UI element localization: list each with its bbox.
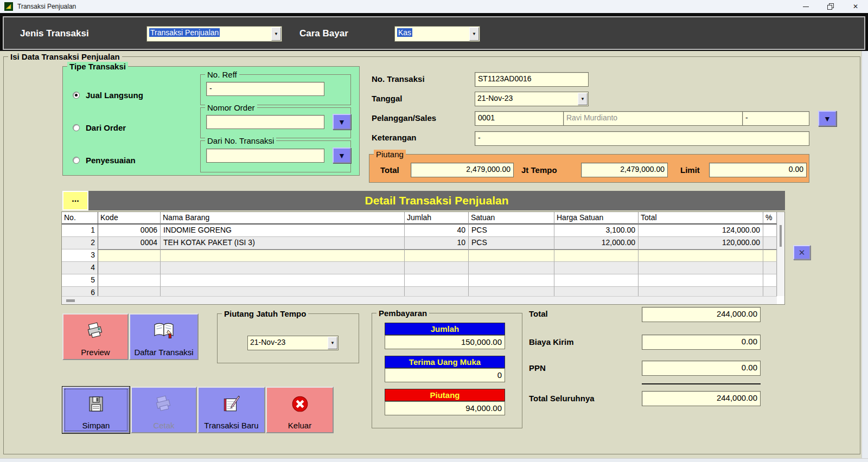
scrollbar-thumb[interactable] [780, 225, 782, 247]
horizontal-scrollbar[interactable] [62, 296, 777, 304]
detail-cell-total[interactable]: 124,000.00 [639, 224, 763, 237]
vertical-scrollbar[interactable] [777, 212, 784, 296]
simpan-button[interactable]: Simpan [62, 387, 130, 433]
detail-cell-jumlah[interactable] [405, 274, 469, 287]
piutang-limit-input: 0.00 [709, 163, 807, 177]
detail-cell-total[interactable] [639, 287, 763, 296]
detail-cell-jumlah[interactable] [405, 249, 469, 262]
detail-cell-harga[interactable] [554, 249, 639, 262]
detail-grid: No.KodeNama BarangJumlahSatuanHarga Satu… [61, 211, 785, 305]
detail-cell-pct[interactable] [763, 237, 777, 249]
piutang-jatuh-tempo-select[interactable]: 21-Nov-23 ▼ [247, 336, 339, 350]
pelanggan-code-input[interactable]: 0001 [475, 111, 564, 126]
detail-cell-nama[interactable] [161, 274, 405, 287]
cetak-button[interactable]: Cetak [131, 387, 197, 433]
detail-cell-pct[interactable] [763, 224, 777, 237]
down-triangle-icon[interactable]: ▼ [271, 27, 281, 41]
minimize-button[interactable] [793, 0, 818, 13]
pelanggan-name-input[interactable]: Ravi Murdianto [563, 111, 743, 126]
detail-cell-nama[interactable]: TEH KOTAK PAKET (ISI 3) [161, 237, 405, 249]
detail-cell-total[interactable]: 120,000.00 [639, 237, 763, 249]
down-triangle-icon[interactable]: ▼ [469, 27, 479, 41]
transaksi-baru-button[interactable]: Transaksi Baru [197, 387, 265, 433]
detail-cell-jumlah[interactable]: 40 [405, 224, 469, 237]
cara-bayar-select[interactable]: Kas ▼ [394, 26, 480, 42]
detail-cell-jumlah[interactable] [405, 262, 469, 274]
jenis-transaksi-select[interactable]: Transaksi Penjualan ▼ [146, 26, 282, 42]
detail-cell-pct[interactable] [763, 249, 777, 262]
tanggal-select[interactable]: 21-Nov-23 ▼ [475, 92, 589, 106]
detail-cell-total[interactable] [639, 262, 763, 274]
scrollbar-thumb[interactable] [66, 299, 75, 302]
detail-cell-pct[interactable] [763, 287, 777, 296]
detail-cell-nama[interactable] [161, 249, 405, 262]
detail-cell-satuan[interactable] [469, 274, 554, 287]
detail-cell-harga[interactable]: 3,100.00 [554, 224, 639, 237]
detail-cell-satuan[interactable] [469, 287, 554, 296]
detail-cell-no[interactable]: 5 [62, 274, 98, 287]
radio-penyesuaian[interactable] [73, 157, 80, 164]
detail-cell-harga[interactable]: 12,000.00 [554, 237, 639, 249]
titlebar: Transaksi Penjualan ✕ [0, 0, 868, 13]
dari-no-transaksi-lookup-button[interactable]: ▼ [333, 147, 351, 163]
detail-table[interactable]: No.KodeNama BarangJumlahSatuanHarga Satu… [62, 212, 777, 296]
detail-cell-harga[interactable] [554, 274, 639, 287]
detail-cell-satuan[interactable]: PCS [469, 224, 554, 237]
detail-cell-kode[interactable] [98, 287, 161, 296]
no-transaksi-input[interactable]: ST1123AD0016 [475, 72, 589, 87]
biaya-kirim-input[interactable]: 0.00 [642, 335, 761, 350]
nomor-order-input[interactable] [206, 115, 324, 129]
piutang-value[interactable]: 94,000.00 [385, 401, 505, 415]
terima-uang-muka-header: Terima Uang Muka [385, 356, 505, 368]
detail-cell-jumlah[interactable]: 10 [405, 237, 469, 249]
down-triangle-icon[interactable]: ▼ [578, 93, 588, 105]
detail-cell-no[interactable]: 1 [62, 224, 98, 237]
clear-row-button[interactable]: ✕ [793, 245, 810, 260]
detail-cell-kode[interactable] [98, 249, 161, 262]
detail-cell-pct[interactable] [763, 274, 777, 287]
no-reff-input[interactable]: - [206, 82, 324, 96]
pelanggan-extra-input[interactable]: - [742, 111, 809, 126]
detail-cell-no[interactable]: 6 [62, 287, 98, 296]
nomor-order-lookup-button[interactable]: ▼ [333, 114, 351, 130]
detail-cell-kode[interactable] [98, 262, 161, 274]
detail-cell-total[interactable] [639, 274, 763, 287]
detail-cell-harga[interactable] [554, 287, 639, 296]
detail-more-button[interactable]: ... [62, 191, 88, 210]
daftar-transaksi-button[interactable]: Daftar Transaksi [129, 313, 199, 360]
detail-cell-total[interactable] [639, 249, 763, 262]
window-frame [861, 51, 868, 462]
no-transaksi-label: No. Transaksi [372, 74, 425, 84]
dari-no-transaksi-input[interactable] [206, 149, 324, 163]
detail-cell-kode[interactable] [98, 274, 161, 287]
restore-button[interactable] [818, 0, 843, 13]
detail-cell-nama[interactable] [161, 287, 405, 296]
detail-cell-no[interactable]: 4 [62, 262, 98, 274]
piutang-total-label: Total [380, 165, 399, 175]
preview-button[interactable]: Preview [62, 313, 129, 360]
down-triangle-icon: ▼ [824, 114, 831, 123]
detail-cell-harga[interactable] [554, 262, 639, 274]
ppn-input[interactable]: 0.00 [642, 361, 761, 376]
detail-cell-kode[interactable]: 0004 [98, 237, 161, 249]
down-triangle-icon[interactable]: ▼ [328, 337, 337, 349]
detail-cell-nama[interactable] [161, 262, 405, 274]
close-button[interactable]: ✕ [843, 0, 868, 13]
pelanggan-lookup-button[interactable]: ▼ [818, 111, 837, 126]
detail-cell-satuan[interactable]: PCS [469, 237, 554, 249]
detail-cell-no[interactable]: 2 [62, 237, 98, 249]
radio-dari-order[interactable] [73, 124, 80, 131]
detail-cell-nama[interactable]: INDOMIE GORENG [161, 224, 405, 237]
radio-jual-langsung[interactable] [73, 92, 80, 99]
detail-cell-jumlah[interactable] [405, 287, 469, 296]
detail-cell-pct[interactable] [763, 262, 777, 274]
jumlah-value[interactable]: 150,000.00 [385, 335, 505, 349]
column-header: Kode [98, 212, 161, 224]
detail-cell-kode[interactable]: 0006 [98, 224, 161, 237]
detail-cell-satuan[interactable] [469, 249, 554, 262]
keluar-button[interactable]: Keluar [266, 387, 334, 433]
keterangan-input[interactable]: - [475, 131, 809, 146]
terima-uang-muka-value[interactable]: 0 [385, 368, 505, 382]
detail-cell-no[interactable]: 3 [62, 249, 98, 262]
detail-cell-satuan[interactable] [469, 262, 554, 274]
